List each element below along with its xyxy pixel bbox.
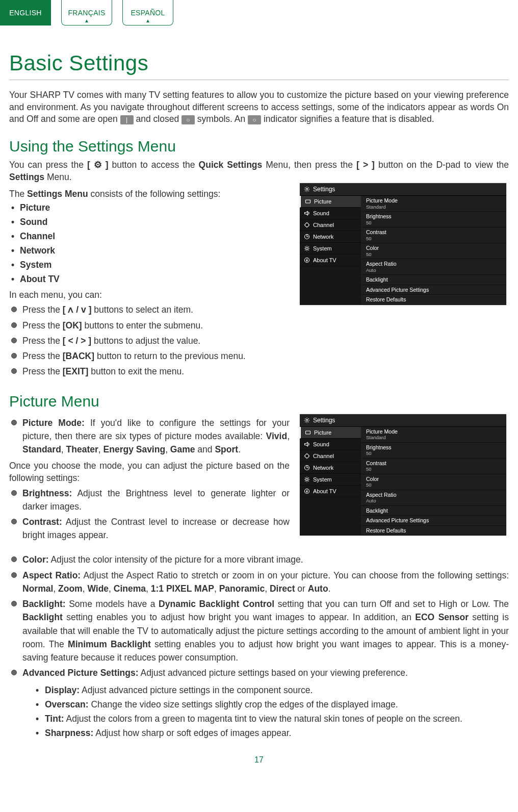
list-item: Channel [11,229,290,243]
setting-label: Contrast [366,229,501,236]
setting-value: Standard [366,204,501,210]
list-item: Network [11,243,290,258]
svg-rect-1 [306,200,310,203]
sidebar-item[interactable]: Network [300,462,361,474]
setting-row[interactable]: Backlight [361,506,506,516]
list-item: Press the [EXIT] button to exit the menu… [11,365,290,378]
sidebar-label: Channel [313,222,334,228]
menu-icon [304,476,310,483]
setting-row[interactable]: Restore Defaults [361,295,506,305]
sidebar-item[interactable]: Channel [300,450,361,462]
setting-row[interactable]: Color50 [361,243,506,259]
setting-row[interactable]: Contrast50 [361,459,506,474]
setting-row[interactable]: Brightness50 [361,443,506,459]
setting-value: 50 [366,466,501,472]
menu-icon [304,222,310,228]
list-item: Press the [OK] buttons to enter the subm… [11,319,290,332]
page-title: Basic Settings [9,51,509,75]
sidebar-item[interactable]: Network [300,231,361,243]
tab-english[interactable]: ENGLISH [0,0,51,26]
closed-indicator-icon: ○ [182,115,195,124]
using-settings-heading: Using the Settings Menu [9,138,509,155]
menu-icon [304,234,310,240]
list-item: System [11,258,290,272]
in-each-menu: In each menu, you can: [9,289,290,301]
list-item: Tint: Adjust the colors from a green to … [36,712,509,726]
tab-francais-label: FRANÇAIS [68,9,105,17]
setting-row[interactable]: Picture ModeStandard [361,196,506,212]
setting-label: Picture Mode [366,428,501,435]
setting-row[interactable]: Aspect RatioAuto [361,259,506,275]
sidebar-item[interactable]: Channel [300,219,361,231]
sidebar-item[interactable]: Sound [300,439,361,450]
sidebar-label: Network [313,234,333,240]
setting-label: Picture Mode [366,197,501,204]
sidebar-label: System [313,245,332,251]
tab-francais[interactable]: FRANÇAIS▲ [61,0,112,26]
gear-icon [304,417,310,423]
setting-label: Aspect Ratio [366,261,501,267]
menu-icon [304,465,310,471]
setting-row[interactable]: Contrast50 [361,227,506,243]
svg-text:i: i [306,258,307,262]
setting-label: Brightness [366,213,501,220]
list-item: Press the [ < / > ] buttons to adjust th… [11,334,290,347]
card-title: Settings [313,417,335,424]
setting-label: Backlight [366,508,501,514]
list-item: Picture [11,200,290,215]
sidebar-item[interactable]: Sound [300,208,361,219]
setting-label: Restore Defaults [366,296,501,303]
sidebar-label: Channel [313,453,334,459]
setting-label: Aspect Ratio [366,492,501,498]
setting-label: Advanced Picture Settings [366,517,501,524]
sidebar-item[interactable]: iAbout TV [300,486,361,497]
sidebar-label: Picture [314,198,331,205]
setting-label: Color [366,476,501,483]
list-item: Contrast: Adjust the Contrast level to i… [11,515,290,542]
card-main: Picture ModeStandardBrightness50Contrast… [361,196,506,305]
svg-point-7 [306,419,308,421]
list-item: Aspect Ratio: Adjust the Aspect Ratio to… [11,569,509,596]
tab-espanol[interactable]: ESPAÑOL▲ [122,0,173,26]
menu-icon [305,198,311,205]
sidebar-label: System [313,476,332,483]
setting-row[interactable]: Backlight [361,275,506,285]
tab-english-label: ENGLISH [9,9,42,17]
sidebar-label: Sound [313,210,329,216]
settings-screenshot-2: SettingsPictureSoundChannelNetworkSystem… [300,414,506,536]
sidebar-item[interactable]: Picture [300,427,361,439]
card-title: Settings [313,186,335,193]
setting-row[interactable]: Picture ModeStandard [361,427,506,443]
sidebar-item[interactable]: iAbout TV [300,255,361,266]
once-choose-mode: Once you choose the mode, you can adjust… [9,460,290,484]
picture-settings-list-b: Color: Adjust the color intensity of the… [9,553,509,740]
language-tabs: ENGLISH FRANÇAIS▲ ESPAÑOL▲ [0,0,509,26]
menu-icon: i [304,488,310,494]
setting-row[interactable]: Color50 [361,474,506,490]
sidebar-label: About TV [313,488,336,494]
setting-row[interactable]: Advanced Picture Settings [361,285,506,295]
divider [9,80,509,80]
setting-row[interactable]: Brightness50 [361,212,506,227]
setting-value: 50 [366,251,501,257]
setting-value: 50 [366,482,501,488]
svg-point-9 [305,454,309,458]
chevron-up-icon: ▲ [84,18,89,23]
setting-value: 50 [366,236,501,241]
sidebar-item[interactable]: Picture [300,196,361,208]
setting-row[interactable]: Aspect RatioAuto [361,490,506,506]
gear-icon [304,186,310,192]
sidebar-item[interactable]: System [300,474,361,486]
list-item: Brightness: Adjust the Brightness level … [11,487,290,514]
settings-how-to: You can press the [ ⚙ ] button to access… [9,159,509,183]
svg-rect-8 [306,431,310,434]
setting-row[interactable]: Advanced Picture Settings [361,516,506,526]
settings-menu-consists: The Settings Menu consists of the follow… [9,188,290,200]
setting-value: Standard [366,435,501,440]
setting-row[interactable]: Restore Defaults [361,526,506,536]
page-number: 17 [9,755,509,765]
list-item: Picture Mode: If you'd like to configure… [11,416,290,456]
list-item: Overscan: Change the video size settings… [36,697,509,712]
sidebar-item[interactable]: System [300,243,361,255]
sidebar-label: Sound [313,441,329,447]
